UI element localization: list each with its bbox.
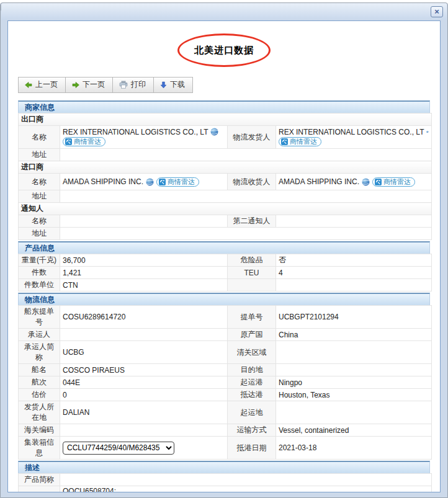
radar-badge[interactable]: 商情雷达	[372, 177, 415, 187]
importer-name-label: 名称	[19, 174, 60, 190]
master-bl-value: COSU6289614720	[60, 306, 228, 329]
close-button[interactable]: ×	[431, 6, 443, 17]
detail-sections: 商家信息 出口商 名称 REX INTERNATIONAL LOGISTICS …	[18, 100, 430, 492]
weight-label: 重量(千克)	[19, 254, 60, 267]
shipper-label: 物流发货人	[228, 126, 276, 149]
table-row: 船东提单号 COSU6289614720 提单号 UCBGPT2101294	[19, 306, 432, 329]
radar-badge[interactable]: 商情雷达	[156, 177, 199, 187]
table-row: 产品描述 OOCU6508704: 001:KITCHEN WAREIMPORT…	[19, 486, 432, 493]
origin-country-label: 原产国	[228, 329, 276, 341]
table-row: 承运人简称 UCBG 清关区域	[19, 341, 432, 364]
table-row: 名称 REX INTERNATIONAL LOGISTICS CO., LT 商…	[19, 126, 432, 149]
title-area: 北美进口数据	[8, 32, 440, 68]
carrier-abbr-label: 承运人简称	[19, 341, 60, 364]
shipper-name-cell: REX INTERNATIONAL LOGISTICS CO., LT 商情雷达	[276, 126, 432, 149]
departure-place-value	[276, 401, 432, 424]
pieces-value: 1,421	[60, 267, 228, 279]
second-notify-value	[276, 215, 432, 228]
transport-mode-value: Vessel, containerized	[276, 424, 432, 437]
unit-value: CTN	[60, 279, 228, 291]
arrival-date-label: 抵港日期	[228, 437, 276, 460]
valuation-label: 估价	[19, 389, 60, 401]
loading-port-label: 起运港	[228, 376, 276, 389]
page-title: 北美进口数据	[8, 45, 440, 56]
dialog-titlebar[interactable]: ×	[1, 3, 447, 20]
globe-icon[interactable]	[210, 128, 218, 136]
merchant-section-header: 商家信息	[18, 100, 430, 113]
prev-page-label: 上一页	[35, 79, 58, 90]
teu-value: 4	[276, 267, 432, 279]
product-table: 重量(千克) 36,700 危险品 否 件数 1,421 TEU 4 件数单位 …	[18, 254, 432, 291]
product-section-header: 产品信息	[18, 241, 430, 254]
product-desc-value: OOCU6508704: 001:KITCHEN WAREIMPORT WHIT…	[60, 486, 432, 493]
download-label: 下载	[170, 79, 185, 90]
section-description: 描述 产品简称 产品描述 OOCU6508704: 001:KITCHEN WA…	[18, 461, 430, 492]
table-row: 名称 第二通知人	[19, 215, 432, 228]
radar-badge[interactable]: 商情雷达	[63, 137, 105, 146]
valuation-value: 0	[60, 389, 228, 401]
pieces-label: 件数	[19, 267, 60, 279]
merchant-table: 出口商 名称 REX INTERNATIONAL LOGISTICS CO., …	[18, 113, 432, 240]
table-row: 件数单位 CTN	[19, 279, 432, 291]
exporter-address-value	[60, 149, 432, 161]
importer-subheader: 进口商	[19, 161, 432, 174]
desc-line: OOCU6508704:	[63, 487, 429, 492]
radar-icon	[281, 138, 288, 145]
radar-icon	[159, 179, 166, 185]
table-row: 估价 0 抵达港 Houston, Texas	[19, 389, 432, 401]
notify-name-value	[60, 215, 228, 228]
description-table: 产品简称 产品描述 OOCU6508704: 001:KITCHEN WAREI…	[18, 473, 432, 492]
dangerous-value: 否	[276, 254, 432, 267]
radar-badge-label: 商情雷达	[168, 177, 195, 187]
notify-subheader: 通知人	[19, 203, 432, 215]
globe-icon[interactable]	[426, 128, 429, 136]
print-label: 打印	[131, 79, 146, 90]
table-row: 产品简称	[19, 474, 432, 486]
hs-code-label: 海关编码	[19, 424, 60, 437]
section-logistics-info: 物流信息 船东提单号 COSU6289614720 提单号 UCBGPT2101…	[18, 293, 430, 460]
download-button[interactable]: 下载	[153, 77, 193, 93]
table-row: 重量(千克) 36,700 危险品 否	[19, 254, 432, 267]
logistics-section-header: 物流信息	[18, 293, 430, 305]
table-row: 发货人所在地 DALIAN 起运地	[19, 401, 432, 424]
radar-badge-label: 商情雷达	[383, 177, 411, 187]
radar-icon	[375, 179, 382, 185]
empty-label	[228, 279, 276, 291]
table-row: 地址	[19, 149, 432, 161]
exporter-subheader: 出口商	[19, 113, 432, 126]
next-page-button[interactable]: 下一页	[65, 77, 113, 93]
product-desc-label: 产品描述	[19, 486, 60, 493]
table-row: 航次 044E 起运港 Ningpo	[19, 376, 432, 389]
arrival-port-value: Houston, Texas	[276, 389, 432, 401]
globe-icon[interactable]	[146, 178, 154, 186]
importer-address-label: 地址	[19, 190, 60, 203]
arrival-port-label: 抵达港	[228, 389, 276, 401]
vessel-value: COSCO PIRAEUS	[60, 364, 228, 376]
table-row: 地址	[19, 190, 432, 203]
table-row: 海关编码 运输方式 Vessel, containerized	[19, 424, 432, 437]
container-select[interactable]: CCLU7744259/40/M628435	[63, 442, 174, 455]
section-merchant-info: 商家信息 出口商 名称 REX INTERNATIONAL LOGISTICS …	[18, 100, 430, 240]
section-product-info: 产品信息 重量(千克) 36,700 危险品 否 件数 1,421 TEU 4	[18, 241, 430, 291]
shipper-name-value: REX INTERNATIONAL LOGISTICS CO., LT	[279, 128, 424, 136]
dangerous-label: 危险品	[228, 254, 276, 267]
carrier-value	[60, 329, 228, 341]
clearance-area-value	[276, 341, 432, 364]
globe-icon[interactable]	[362, 178, 370, 186]
dialog-window: × 北美进口数据 上一页 下一页 打印 下载	[0, 2, 448, 498]
origin-country-value: China	[276, 329, 432, 341]
prev-page-button[interactable]: 上一页	[18, 77, 66, 93]
exporter-name-cell: REX INTERNATIONAL LOGISTICS CO., LT 商情雷达	[60, 126, 228, 149]
exporter-address-label: 地址	[19, 149, 60, 161]
notify-address-value	[60, 228, 432, 240]
teu-label: TEU	[228, 267, 276, 279]
product-short-label: 产品简称	[19, 474, 60, 486]
print-button[interactable]: 打印	[112, 77, 154, 93]
importer-name-cell: AMADA SHIPPING INC. 商情雷达	[60, 174, 228, 190]
radar-badge[interactable]: 商情雷达	[279, 137, 321, 146]
importer-address-value	[60, 190, 432, 203]
notify-name-label: 名称	[19, 215, 60, 228]
loading-port-value: Ningpo	[276, 376, 432, 389]
vessel-label: 船名	[19, 364, 60, 376]
logistics-table: 船东提单号 COSU6289614720 提单号 UCBGPT2101294 承…	[18, 305, 432, 460]
